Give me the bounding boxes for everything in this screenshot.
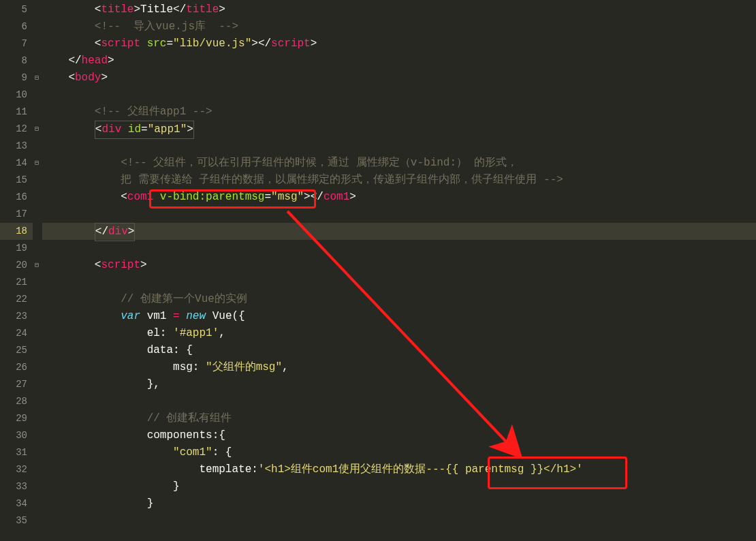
code-line[interactable]: <!-- 导入vue.js库 --> xyxy=(42,18,756,35)
code-editor: 5 6 7 8 9⊟ 10 11 12⊟ 13 14⊟ 15 16 17 18 … xyxy=(0,0,756,541)
line-number-current[interactable]: 18 xyxy=(0,223,33,240)
fold-icon[interactable]: ⊟ xyxy=(33,257,41,274)
line-number[interactable]: 22 xyxy=(0,291,33,308)
line-number[interactable]: 28 xyxy=(0,393,33,410)
line-number[interactable]: 31 xyxy=(0,444,33,461)
line-number[interactable]: 34 xyxy=(0,495,33,512)
line-number[interactable]: 26 xyxy=(0,359,33,376)
line-number[interactable]: 13 xyxy=(0,138,33,155)
line-number[interactable]: 11 xyxy=(0,104,33,121)
code-line[interactable]: var vm1 = new Vue({ xyxy=(42,308,756,325)
code-line[interactable] xyxy=(42,87,756,104)
line-number[interactable]: 15 xyxy=(0,172,33,189)
code-line[interactable]: 把 需要传递给 子组件的数据，以属性绑定的形式，传递到子组件内部，供子组件使用 … xyxy=(42,172,756,189)
fold-icon[interactable]: ⊟ xyxy=(33,69,41,87)
code-line[interactable]: </head> xyxy=(42,52,756,69)
code-line[interactable]: <!-- 父组件app1 --> xyxy=(42,104,756,121)
code-line[interactable]: <body> xyxy=(42,69,756,87)
line-number[interactable]: 23 xyxy=(0,308,33,325)
code-line[interactable] xyxy=(42,512,756,529)
line-number[interactable]: 35 xyxy=(0,512,33,529)
line-number[interactable]: 6 xyxy=(0,18,33,35)
fold-icon[interactable]: ⊟ xyxy=(33,121,41,138)
line-number[interactable]: 21 xyxy=(0,274,33,291)
code-line[interactable]: <script src="lib/vue.js"></script> xyxy=(42,35,756,52)
code-area[interactable]: <title>Title</title> <!-- 导入vue.js库 --> … xyxy=(42,0,756,541)
line-number[interactable]: 5 xyxy=(0,1,33,18)
code-line[interactable]: <!-- 父组件，可以在引用子组件的时候，通过 属性绑定（v-bind:） 的形… xyxy=(42,155,756,172)
line-number[interactable]: 20⊟ xyxy=(0,257,33,274)
code-line[interactable] xyxy=(42,274,756,291)
code-line[interactable]: <com1 v-bind:parentmsg="msg"></com1> xyxy=(42,189,756,206)
code-line[interactable]: <div id="app1"> xyxy=(42,121,756,138)
code-line[interactable]: <script> xyxy=(42,257,756,274)
code-line[interactable]: } xyxy=(42,478,756,495)
code-line-current[interactable]: </div> xyxy=(42,223,756,240)
code-line[interactable]: // 创建第一个Vue的实例 xyxy=(42,291,756,308)
line-number[interactable]: 12⊟ xyxy=(0,121,33,138)
code-line[interactable]: template:'<h1>组件com1使用父组件的数据---{{ parent… xyxy=(42,461,756,478)
line-number[interactable]: 24 xyxy=(0,325,33,342)
line-number[interactable]: 32 xyxy=(0,461,33,478)
code-line[interactable] xyxy=(42,240,756,257)
code-line[interactable]: } xyxy=(42,495,756,512)
code-line[interactable] xyxy=(42,393,756,410)
code-line[interactable] xyxy=(42,206,756,223)
line-number[interactable]: 30 xyxy=(0,427,33,444)
code-line[interactable]: "com1": { xyxy=(42,444,756,461)
code-line[interactable]: msg: "父组件的msg", xyxy=(42,359,756,376)
code-line[interactable]: components:{ xyxy=(42,427,756,444)
code-line[interactable] xyxy=(42,138,756,155)
line-number[interactable]: 33 xyxy=(0,478,33,495)
code-line[interactable]: }, xyxy=(42,376,756,393)
code-line[interactable]: el: '#app1', xyxy=(42,325,756,342)
line-number[interactable]: 14⊟ xyxy=(0,155,33,172)
line-number[interactable]: 16 xyxy=(0,189,33,206)
line-number[interactable]: 25 xyxy=(0,342,33,359)
line-number[interactable]: 17 xyxy=(0,206,33,223)
line-number[interactable]: 9⊟ xyxy=(0,69,33,87)
line-number[interactable]: 19 xyxy=(0,240,33,257)
code-line[interactable]: <title>Title</title> xyxy=(42,1,756,18)
line-number[interactable]: 10 xyxy=(0,87,33,104)
line-number[interactable]: 29 xyxy=(0,410,33,427)
line-number[interactable]: 7 xyxy=(0,35,33,52)
line-number[interactable]: 8 xyxy=(0,52,33,69)
code-line[interactable]: data: { xyxy=(42,342,756,359)
code-line[interactable]: // 创建私有组件 xyxy=(42,410,756,427)
fold-icon[interactable]: ⊟ xyxy=(33,155,41,172)
line-number[interactable]: 27 xyxy=(0,376,33,393)
line-gutter: 5 6 7 8 9⊟ 10 11 12⊟ 13 14⊟ 15 16 17 18 … xyxy=(0,0,33,541)
